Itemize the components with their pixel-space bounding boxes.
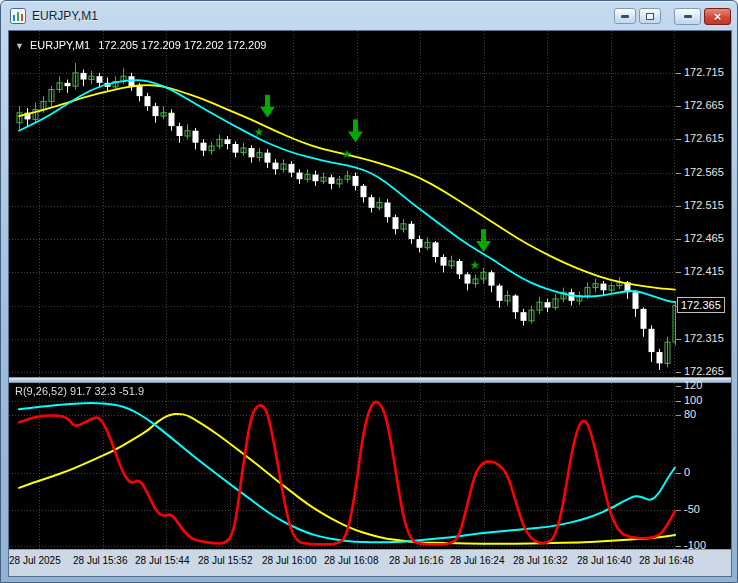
chart-restore-button[interactable] bbox=[639, 8, 661, 24]
axis-tick bbox=[676, 73, 681, 74]
window-controls: × bbox=[674, 8, 731, 25]
indicator-axis-label: 120 bbox=[684, 379, 702, 391]
indicator-label: R(9,26,52) 91.7 32.3 -51.9 bbox=[15, 385, 144, 397]
axis-tick bbox=[676, 139, 681, 140]
chart-app-icon[interactable] bbox=[10, 8, 26, 24]
time-axis-label: 28 Jul 16:00 bbox=[262, 555, 317, 566]
subwindow-splitter[interactable] bbox=[9, 377, 731, 383]
time-axis-label: 28 Jul 16:48 bbox=[639, 555, 694, 566]
chart-minimize-button[interactable] bbox=[614, 8, 636, 24]
mt4-chart-window: EURJPY,M1 × ▼EURJPY,M1172.205 172.209 17… bbox=[0, 0, 738, 583]
axis-tick bbox=[676, 106, 681, 107]
price-axis-label: 172.265 bbox=[684, 365, 724, 377]
chart-ohlc-label: ▼EURJPY,M1172.205 172.209 172.202 172.20… bbox=[15, 39, 266, 51]
price-axis-label: 172.515 bbox=[684, 199, 724, 211]
axis-tick bbox=[676, 386, 681, 387]
minimize-icon bbox=[684, 15, 692, 18]
collapse-arrow-icon[interactable]: ▼ bbox=[15, 41, 24, 51]
price-axis-label: 172.715 bbox=[684, 66, 724, 78]
window-titlebar[interactable]: EURJPY,M1 × bbox=[1, 1, 737, 31]
time-axis-label: 28 Jul 15:44 bbox=[135, 555, 190, 566]
time-axis-label: 28 Jul 16:32 bbox=[513, 555, 568, 566]
price-axis-label: 172.665 bbox=[684, 99, 724, 111]
axis-tick bbox=[676, 473, 681, 474]
minimize-icon bbox=[621, 15, 629, 18]
window-title: EURJPY,M1 bbox=[32, 9, 98, 23]
axis-tick bbox=[676, 272, 681, 273]
chart-symbol-label: EURJPY,M1 bbox=[30, 39, 90, 51]
time-axis-label: 28 Jul 2025 bbox=[9, 555, 61, 566]
restore-icon bbox=[646, 13, 654, 20]
axis-tick bbox=[676, 239, 681, 240]
price-axis-label: 172.465 bbox=[684, 232, 724, 244]
price-axis-label: 172.315 bbox=[684, 332, 724, 344]
time-axis[interactable]: 28 Jul 202528 Jul 15:3628 Jul 15:4428 Ju… bbox=[9, 549, 731, 576]
window-close-button[interactable]: × bbox=[704, 8, 731, 25]
chart-content-area: ▼EURJPY,M1172.205 172.209 172.202 172.20… bbox=[9, 31, 731, 576]
axis-tick bbox=[676, 339, 681, 340]
close-icon: × bbox=[714, 10, 722, 23]
indicator-axis[interactable]: 120100800-50-100 bbox=[676, 383, 731, 549]
time-axis-label: 28 Jul 16:16 bbox=[389, 555, 444, 566]
price-axis-label: 172.415 bbox=[684, 265, 724, 277]
indicator-axis-label: 0 bbox=[684, 466, 690, 478]
time-axis-label: 28 Jul 16:40 bbox=[577, 555, 632, 566]
axis-tick bbox=[676, 510, 681, 511]
indicator-axis-label: -50 bbox=[684, 503, 700, 515]
chart-ohlc-values: 172.205 172.209 172.202 172.209 bbox=[98, 39, 266, 51]
indicator-axis-label: 80 bbox=[684, 408, 696, 420]
axis-tick bbox=[676, 206, 681, 207]
window-minimize-button[interactable] bbox=[674, 8, 701, 25]
chart-window-controls bbox=[614, 8, 661, 24]
axis-tick bbox=[676, 401, 681, 402]
price-axis-label: 172.565 bbox=[684, 166, 724, 178]
time-axis-label: 28 Jul 16:08 bbox=[324, 555, 379, 566]
time-axis-label: 28 Jul 15:52 bbox=[198, 555, 253, 566]
price-axis[interactable]: 172.715172.665172.615172.565172.515172.4… bbox=[676, 31, 731, 377]
time-axis-label: 28 Jul 15:36 bbox=[73, 555, 128, 566]
axis-tick bbox=[676, 372, 681, 373]
axis-tick bbox=[676, 415, 681, 416]
indicator-chart-canvas[interactable] bbox=[9, 383, 676, 549]
main-chart-canvas[interactable] bbox=[9, 31, 676, 377]
time-axis-label: 28 Jul 16:24 bbox=[450, 555, 505, 566]
indicator-axis-label: 100 bbox=[684, 394, 702, 406]
axis-tick bbox=[676, 546, 681, 547]
current-price-badge: 172.365 bbox=[677, 297, 725, 313]
axis-tick bbox=[676, 173, 681, 174]
price-axis-label: 172.615 bbox=[684, 132, 724, 144]
